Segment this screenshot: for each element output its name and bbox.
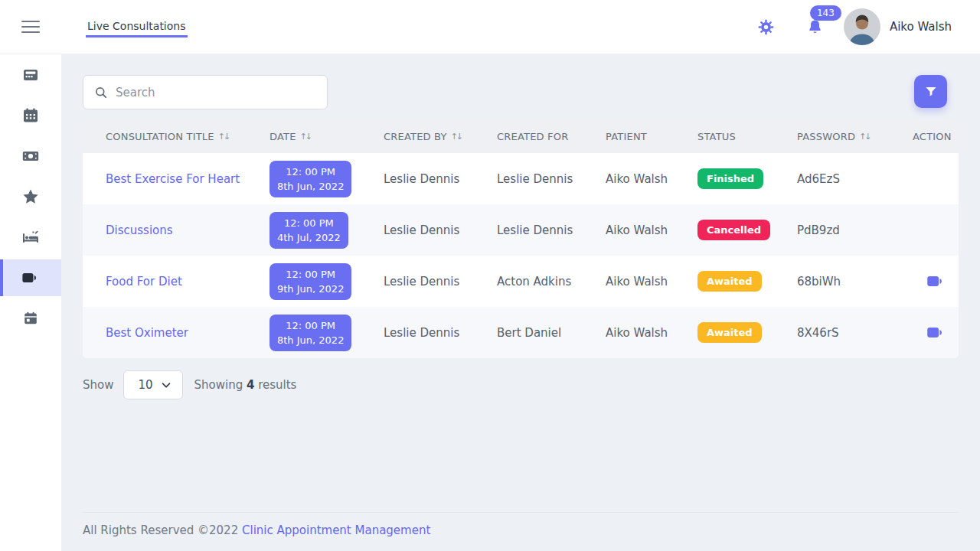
settings-button[interactable] — [758, 19, 774, 35]
result-count: 4 — [247, 378, 254, 392]
sort-icon: ↑↓ — [451, 132, 462, 142]
bed-icon — [21, 228, 40, 246]
consultation-title-link[interactable]: Best Exercise For Heart — [106, 172, 240, 186]
password-cell: 8X46rS — [797, 326, 913, 340]
table-body: Best Exercise For Heart 12: 00 PM8th Jun… — [83, 153, 959, 358]
page-size-select[interactable]: 10 — [123, 370, 183, 399]
created-for-cell: Leslie Dennis — [497, 172, 606, 186]
created-for-cell: Bert Daniel — [497, 326, 606, 340]
date-badge: 12: 00 PM4th Jul, 2022 — [270, 212, 348, 249]
menu-toggle-button[interactable] — [21, 17, 40, 37]
chevron-down-icon — [159, 378, 173, 392]
search-icon — [94, 86, 108, 99]
sidebar-item-dashboard[interactable] — [0, 57, 61, 93]
status-badge: Awaited — [697, 322, 762, 343]
pagination: Show 10 Showing 4 results — [83, 370, 959, 399]
table-row: Best Oximeter 12: 00 PM8th Jun, 2022 Les… — [83, 307, 959, 358]
copyright-text: All Rights Reserved ©2022 — [83, 523, 242, 537]
video-camera-icon — [926, 271, 946, 292]
tab-live-consultations[interactable]: Live Consultations — [86, 0, 188, 37]
consultation-title-link[interactable]: Food For Diet — [106, 275, 182, 289]
created-by-cell: Leslie Dennis — [384, 172, 497, 186]
column-header[interactable]: PATIENT ↑↓ — [606, 131, 697, 142]
password-cell: Ad6EzS — [797, 172, 913, 186]
date-badge: 12: 00 PM8th Jun, 2022 — [270, 161, 351, 197]
results-summary: Showing 4 results — [194, 378, 296, 392]
consultation-title-link[interactable]: Discussions — [106, 223, 173, 237]
payments-icon — [21, 147, 40, 165]
calendar-icon — [21, 106, 40, 125]
user-name: Aiko Walsh — [890, 20, 952, 34]
status-badge: Cancelled — [697, 220, 770, 240]
filter-button[interactable] — [914, 75, 947, 108]
table-row: Best Exercise For Heart 12: 00 PM8th Jun… — [83, 153, 959, 204]
status-badge: Awaited — [697, 271, 762, 292]
sidebar-item-reviews[interactable] — [0, 178, 61, 215]
notifications-button[interactable]: 143 — [806, 18, 824, 36]
footer-brand-link[interactable]: Clinic Appointment Management — [242, 523, 430, 537]
bell-icon — [806, 18, 824, 36]
footer: All Rights Reserved ©2022 Clinic Appoint… — [83, 512, 959, 551]
video-camera-icon — [21, 268, 41, 288]
table-header-row: CONSULTATION TITLE ↑↓ DATE ↑↓ CREATED BY… — [83, 120, 959, 153]
created-for-cell: Leslie Dennis — [497, 223, 606, 237]
table-row: Food For Diet 12: 00 PM9th Jun, 2022 Les… — [83, 256, 959, 307]
consultation-title-link[interactable]: Best Oximeter — [106, 326, 188, 340]
sort-icon: ↑↓ — [300, 132, 311, 142]
sort-icon: ↑↓ — [859, 132, 870, 142]
gear-icon — [758, 19, 774, 35]
patient-cell: Aiko Walsh — [606, 326, 697, 340]
video-camera-icon — [926, 322, 946, 343]
filter-funnel-icon — [923, 84, 939, 99]
column-header[interactable]: ACTION ↑↓ — [913, 131, 959, 142]
sidebar-item-appointments[interactable] — [0, 97, 61, 134]
main-content: CONSULTATION TITLE ↑↓ DATE ↑↓ CREATED BY… — [61, 54, 980, 551]
column-header[interactable]: CONSULTATION TITLE ↑↓ — [106, 131, 270, 142]
sidebar-item-live-consultations[interactable] — [0, 259, 61, 296]
column-header[interactable]: CREATED FOR ↑↓ — [497, 131, 606, 142]
sidebar-item-payments[interactable] — [0, 138, 61, 174]
show-label: Show — [83, 378, 113, 392]
password-cell: 68biWh — [797, 275, 913, 289]
toolbar — [83, 75, 959, 109]
password-cell: PdB9zd — [797, 223, 913, 237]
column-header[interactable]: DATE ↑↓ — [270, 131, 384, 142]
created-by-cell: Leslie Dennis — [384, 223, 497, 237]
search-box — [83, 75, 328, 109]
header-right-cluster: 143 Aiko Walsh — [758, 8, 952, 45]
search-input[interactable] — [116, 86, 307, 99]
consultations-table: CONSULTATION TITLE ↑↓ DATE ↑↓ CREATED BY… — [83, 120, 959, 358]
sidebar-item-wards[interactable] — [0, 219, 61, 256]
sidebar — [0, 54, 61, 551]
hamburger-icon — [21, 21, 40, 22]
table-row: Discussions 12: 00 PM4th Jul, 2022 Lesli… — [83, 204, 959, 256]
date-badge: 12: 00 PM8th Jun, 2022 — [270, 315, 351, 351]
date-badge: 12: 00 PM9th Jun, 2022 — [270, 263, 351, 300]
patient-cell: Aiko Walsh — [606, 223, 697, 237]
join-video-call-button[interactable] — [926, 322, 946, 343]
column-header[interactable]: CREATED BY ↑↓ — [384, 131, 497, 142]
notification-count-badge: 143 — [810, 5, 841, 21]
schedule-icon — [22, 310, 39, 327]
top-bar: Live Consultations 143 — [0, 0, 980, 54]
created-by-cell: Leslie Dennis — [384, 275, 497, 289]
avatar-image — [844, 8, 880, 45]
status-badge: Finished — [697, 168, 763, 189]
column-header[interactable]: PASSWORD ↑↓ — [797, 131, 913, 142]
sidebar-item-schedule[interactable] — [0, 300, 61, 337]
created-for-cell: Acton Adkins — [497, 275, 606, 289]
patient-cell: Aiko Walsh — [606, 172, 697, 186]
patient-cell: Aiko Walsh — [606, 275, 697, 289]
created-by-cell: Leslie Dennis — [384, 326, 497, 340]
dashboard-icon — [21, 66, 40, 84]
avatar[interactable] — [844, 8, 880, 45]
star-icon — [21, 187, 40, 206]
column-header[interactable]: STATUS ↑↓ — [697, 131, 797, 142]
join-video-call-button[interactable] — [926, 271, 946, 292]
sort-icon: ↑↓ — [218, 132, 229, 142]
page-size-value: 10 — [138, 378, 152, 392]
